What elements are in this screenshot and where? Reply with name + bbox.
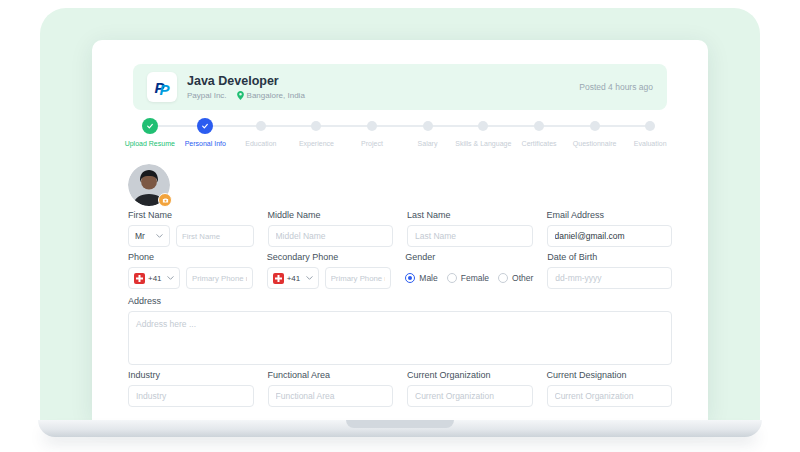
- chevron-down-icon: [167, 276, 174, 280]
- step-label: Questionnaire: [573, 140, 617, 147]
- form-row-4: Industry Functional Area Current Organiz…: [128, 370, 672, 407]
- functional-area-input[interactable]: [268, 385, 394, 407]
- step-pending-dot: [367, 121, 377, 131]
- gender-option-male[interactable]: Male: [405, 273, 437, 283]
- paypal-logo-icon: PP: [154, 79, 171, 96]
- step-upload-resume[interactable]: Upload Resume: [122, 118, 178, 147]
- step-questionnaire[interactable]: Questionnaire: [567, 118, 623, 147]
- laptop-mockup: PP Java Developer Paypal Inc. Bangalore,…: [0, 0, 800, 452]
- gender-option-other[interactable]: Other: [498, 273, 533, 283]
- step-active-check-icon: [197, 118, 213, 134]
- laptop-base: [38, 420, 762, 437]
- radio-selected-icon: [405, 273, 415, 283]
- dial-code: +41: [148, 274, 162, 283]
- chevron-down-icon: [156, 234, 163, 238]
- secondary-phone-country-select[interactable]: +41: [267, 267, 319, 289]
- posted-time: Posted 4 hours ago: [579, 82, 653, 92]
- email-label: Email Address: [547, 210, 673, 220]
- step-label: Upload Resume: [125, 140, 175, 147]
- functional-area-field: Functional Area: [268, 370, 394, 407]
- address-input[interactable]: [128, 311, 672, 365]
- functional-area-label: Functional Area: [268, 370, 394, 380]
- step-label: Experience: [299, 140, 334, 147]
- job-title: Java Developer: [187, 74, 305, 88]
- profile-photo: [128, 164, 170, 206]
- job-header-card: PP Java Developer Paypal Inc. Bangalore,…: [133, 64, 667, 110]
- first-name-field: First Name Mr: [128, 210, 254, 247]
- step-label: Personal Info: [185, 140, 226, 147]
- edit-photo-camera-badge[interactable]: [158, 193, 172, 207]
- step-salary[interactable]: Salary: [400, 118, 456, 147]
- step-evaluation[interactable]: Evaluation: [622, 118, 678, 147]
- radio-label: Male: [419, 273, 437, 283]
- form-row-1: First Name Mr Middle Name Last Name Emai: [128, 210, 672, 247]
- middle-name-label: Middle Name: [268, 210, 394, 220]
- paypal-logo: PP: [147, 72, 177, 102]
- step-label: Salary: [418, 140, 438, 147]
- salutation-value: Mr: [135, 231, 145, 241]
- step-certificates[interactable]: Certificates: [511, 118, 567, 147]
- current-organization-input[interactable]: [407, 385, 533, 407]
- swiss-flag-icon: [273, 273, 284, 284]
- current-designation-label: Current Designation: [547, 370, 673, 380]
- location-pin-icon: [237, 91, 244, 100]
- step-label: Skills & Language: [455, 140, 511, 147]
- job-location: Bangalore, India: [247, 91, 305, 100]
- email-field: Email Address: [547, 210, 673, 247]
- phone-label: Phone: [128, 252, 253, 262]
- step-pending-dot: [478, 121, 488, 131]
- step-project[interactable]: Project: [344, 118, 400, 147]
- first-name-label: First Name: [128, 210, 254, 220]
- step-pending-dot: [423, 121, 433, 131]
- step-pending-dot: [311, 121, 321, 131]
- step-pending-dot: [590, 121, 600, 131]
- gender-field: Gender Male Female Other: [405, 252, 533, 289]
- phone-input[interactable]: [186, 267, 253, 289]
- step-skills-language[interactable]: Skills & Language: [455, 118, 511, 147]
- salutation-select[interactable]: Mr: [128, 225, 170, 247]
- step-completed-check-icon: [142, 118, 158, 134]
- first-name-input[interactable]: [176, 225, 254, 247]
- step-pending-dot: [256, 121, 266, 131]
- address-label: Address: [128, 296, 672, 306]
- last-name-label: Last Name: [407, 210, 533, 220]
- current-organization-label: Current Organization: [407, 370, 533, 380]
- radio-label: Other: [512, 273, 533, 283]
- last-name-input[interactable]: [407, 225, 533, 247]
- dob-label: Date of Birth: [547, 252, 672, 262]
- radio-icon: [498, 273, 508, 283]
- dob-input[interactable]: [547, 267, 672, 289]
- company-name: Paypal Inc.: [187, 91, 227, 100]
- step-pending-dot: [534, 121, 544, 131]
- step-label: Evaluation: [634, 140, 667, 147]
- industry-input[interactable]: [128, 385, 254, 407]
- step-label: Education: [245, 140, 276, 147]
- email-input[interactable]: [547, 225, 673, 247]
- industry-field: Industry: [128, 370, 254, 407]
- swiss-flag-icon: [134, 273, 145, 284]
- radio-label: Female: [461, 273, 489, 283]
- last-name-field: Last Name: [407, 210, 533, 247]
- gender-label: Gender: [405, 252, 533, 262]
- step-experience[interactable]: Experience: [289, 118, 345, 147]
- dob-field: Date of Birth: [547, 252, 672, 289]
- secondary-phone-input[interactable]: [325, 267, 392, 289]
- gender-option-female[interactable]: Female: [447, 273, 489, 283]
- application-stepper: Upload Resume Personal Info Education Ex…: [122, 118, 678, 147]
- step-personal-info[interactable]: Personal Info: [178, 118, 234, 147]
- step-pending-dot: [645, 121, 655, 131]
- middle-name-field: Middle Name: [268, 210, 394, 247]
- step-label: Project: [361, 140, 383, 147]
- phone-country-select[interactable]: +41: [128, 267, 180, 289]
- current-designation-input[interactable]: [547, 385, 673, 407]
- step-label: Certificates: [522, 140, 557, 147]
- step-education[interactable]: Education: [233, 118, 289, 147]
- middle-name-input[interactable]: [268, 225, 394, 247]
- industry-label: Industry: [128, 370, 254, 380]
- form-row-2: Phone +41 Secondary Phone +41: [128, 252, 672, 289]
- radio-icon: [447, 273, 457, 283]
- current-designation-field: Current Designation: [547, 370, 673, 407]
- app-window: PP Java Developer Paypal Inc. Bangalore,…: [92, 40, 708, 420]
- phone-field: Phone +41: [128, 252, 253, 289]
- laptop-notch: [346, 420, 454, 428]
